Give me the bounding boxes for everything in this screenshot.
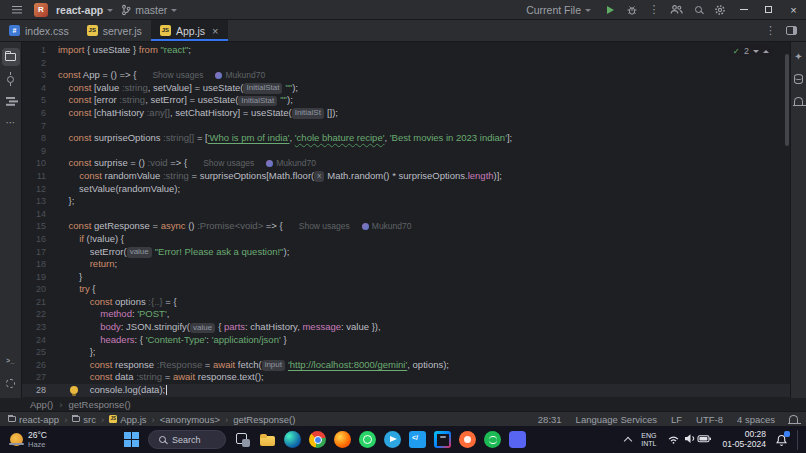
code-line-16[interactable]: 16 if (!value) { <box>22 233 790 246</box>
code-line-21[interactable]: 21 const options :{..} = { <box>22 296 790 309</box>
code-line-25[interactable]: 25 }; <box>22 346 790 359</box>
intention-bulb-icon[interactable] <box>70 386 78 394</box>
webstorm-icon[interactable] <box>434 431 451 448</box>
services-tool-icon[interactable] <box>2 374 20 392</box>
project-tool-icon[interactable] <box>2 48 20 66</box>
search-everywhere-button[interactable] <box>687 1 709 19</box>
line-number[interactable]: 6 <box>22 107 58 120</box>
line-number[interactable]: 7 <box>22 120 58 133</box>
code-line-8[interactable]: 8 const surpriseOptions :string[] = ['Wh… <box>22 132 790 145</box>
commit-tool-icon[interactable] <box>2 70 20 88</box>
line-number[interactable]: 21 <box>22 296 58 309</box>
line-number[interactable]: 10 <box>22 157 58 170</box>
nav-item[interactable]: <anonymous> <box>160 414 220 425</box>
code-line-17[interactable]: 17 setError(value"Error! Please ask a qu… <box>22 246 790 259</box>
firefox-icon[interactable] <box>334 431 351 448</box>
line-number[interactable]: 24 <box>22 334 58 347</box>
code-line-5[interactable]: 5 const [error :string, setError] = useS… <box>22 94 790 107</box>
tab-server-js[interactable]: JSserver.js <box>78 20 151 41</box>
more-actions-button[interactable]: ⋮ <box>643 1 665 19</box>
code-line-26[interactable]: 26 const response :Response = await fetc… <box>22 359 790 372</box>
tab-app-js[interactable]: JSApp.js× <box>151 20 228 41</box>
vscode-icon[interactable] <box>409 431 426 448</box>
code-line-15[interactable]: 15 const getResponse = async () :Promise… <box>22 220 790 233</box>
line-number[interactable]: 8 <box>22 132 58 145</box>
line-number[interactable]: 15 <box>22 220 58 233</box>
chrome-icon[interactable] <box>309 431 326 448</box>
code-line-28[interactable]: 28 console.log(data); <box>22 384 790 397</box>
project-selector[interactable]: react-app <box>56 4 113 16</box>
code-line-10[interactable]: 10 const surprise = () :void => {Show us… <box>22 157 790 170</box>
code-line-22[interactable]: 22 method: 'POST', <box>22 308 790 321</box>
spotify-icon[interactable] <box>484 431 501 448</box>
code-line-19[interactable]: 19 } <box>22 271 790 284</box>
line-number[interactable]: 20 <box>22 283 58 296</box>
code-line-4[interactable]: 4 const [value :string, setValue] = useS… <box>22 82 790 95</box>
code-line-27[interactable]: 27 const data :string = await response.t… <box>22 371 790 384</box>
weather-widget[interactable]: 26°C Haze <box>6 431 51 449</box>
editor-layout-button[interactable] <box>786 25 797 37</box>
line-number[interactable]: 11 <box>22 170 58 183</box>
run-config-selector[interactable]: Current File <box>526 4 591 16</box>
status-notifications-icon[interactable] <box>789 415 798 423</box>
line-number[interactable]: 5 <box>22 94 58 107</box>
minimize-button[interactable] <box>731 0 756 19</box>
line-number[interactable]: 17 <box>22 246 58 259</box>
nav-item[interactable]: getResponse() <box>233 414 295 425</box>
code-line-13[interactable]: 13 }; <box>22 195 790 208</box>
line-number[interactable]: 27 <box>22 371 58 384</box>
line-number[interactable]: 3 <box>22 69 58 82</box>
ai-tool-icon[interactable]: ✦ <box>790 48 806 66</box>
line-number[interactable]: 28 <box>22 384 58 397</box>
breadcrumb-item[interactable]: getResponse() <box>68 399 130 410</box>
database-tool-icon[interactable] <box>790 70 806 88</box>
more-tool-icon[interactable]: ⋯ <box>2 114 20 132</box>
code-line-18[interactable]: 18 return; <box>22 258 790 271</box>
line-number[interactable]: 1 <box>22 44 58 57</box>
line-number[interactable]: 4 <box>22 82 58 95</box>
code-line-3[interactable]: 3const App = () => {Show usagesMukund70 <box>22 69 790 82</box>
code-line-2[interactable]: 2 <box>22 57 790 70</box>
code-line-11[interactable]: 11 const randomValue :string = surpriseO… <box>22 170 790 183</box>
line-number[interactable]: 16 <box>22 233 58 246</box>
breadcrumb-item[interactable]: App() <box>30 399 53 410</box>
edge-icon[interactable] <box>284 431 301 448</box>
inspections-widget[interactable]: ✓ 2 <box>728 45 774 57</box>
nav-item[interactable]: JSApp.js <box>109 414 146 425</box>
line-number[interactable]: 14 <box>22 208 58 221</box>
system-status-icons[interactable] <box>667 431 713 449</box>
start-button[interactable] <box>123 431 140 448</box>
line-number[interactable]: 19 <box>22 271 58 284</box>
close-tab-icon[interactable]: × <box>212 25 218 37</box>
editor[interactable]: 1import { useState } from "react";23cons… <box>22 42 790 398</box>
discord-icon[interactable] <box>509 431 526 448</box>
line-number[interactable]: 9 <box>22 145 58 158</box>
file-explorer-icon[interactable] <box>259 431 276 448</box>
line-number[interactable]: 22 <box>22 308 58 321</box>
tab-options-button[interactable]: ⋮ <box>765 24 776 37</box>
postman-icon[interactable] <box>459 431 476 448</box>
editor-scrollbar[interactable] <box>785 54 789 146</box>
main-menu-button[interactable] <box>8 2 26 18</box>
code-line-20[interactable]: 20 try { <box>22 283 790 296</box>
branch-selector[interactable]: master <box>121 4 177 16</box>
code-line-6[interactable]: 6 const [chatHistory :any[], setChatHist… <box>22 107 790 120</box>
taskbar-search[interactable]: Search <box>148 430 226 449</box>
telegram-icon[interactable] <box>384 431 401 448</box>
task-view-icon[interactable] <box>234 431 251 448</box>
terminal-tool-icon[interactable]: >_ <box>2 352 20 370</box>
indent-style[interactable]: 4 spaces <box>737 414 775 425</box>
nav-item[interactable]: src <box>72 414 96 425</box>
code-line-1[interactable]: 1import { useState } from "react"; <box>22 44 790 57</box>
code-line-9[interactable]: 9 <box>22 145 790 158</box>
line-number[interactable]: 25 <box>22 346 58 359</box>
line-number[interactable]: 2 <box>22 57 58 70</box>
maximize-button[interactable] <box>756 0 781 19</box>
structure-tool-icon[interactable] <box>2 92 20 110</box>
prev-problem-icon[interactable] <box>763 50 769 53</box>
code-line-24[interactable]: 24 headers: { 'Content-Type': 'applicati… <box>22 334 790 347</box>
line-number[interactable]: 18 <box>22 258 58 271</box>
language-services[interactable]: Language Services <box>576 414 657 425</box>
code-line-7[interactable]: 7 <box>22 120 790 133</box>
notification-center-button[interactable] <box>776 434 787 446</box>
